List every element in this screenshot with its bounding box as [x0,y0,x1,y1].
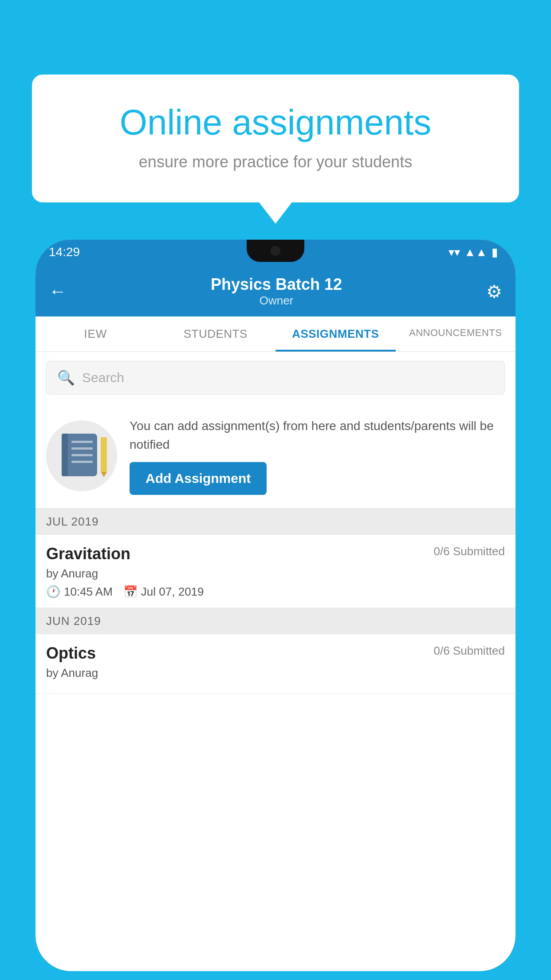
search-bar-wrap: 🔍 Search [35,352,516,403]
month-header-jul: JUL 2019 [35,509,516,535]
tab-students[interactable]: STUDENTS [156,316,276,352]
assignment-item-gravitation[interactable]: Gravitation 0/6 Submitted by Anurag 🕐 10… [35,535,516,608]
pencil-icon [101,437,107,473]
bubble-title: Online assignments [67,101,484,144]
month-header-jun: JUN 2019 [35,608,516,634]
meta-date-value: Jul 07, 2019 [141,585,204,599]
camera-dot [271,246,280,256]
notebook-line-4 [71,461,93,463]
speech-bubble: Online assignments ensure more practice … [32,75,519,202]
add-assignment-text-area: You can add assignment(s) from here and … [130,417,505,495]
assignment-meta: 🕐 10:45 AM 📅 Jul 07, 2019 [46,585,505,599]
phone-notch [247,240,304,262]
add-assignment-description: You can add assignment(s) from here and … [130,417,505,454]
signal-icon: ▲▲ [464,245,487,259]
meta-time: 🕐 10:45 AM [46,585,113,599]
assignment-by-optics: by Anurag [46,666,505,680]
assignment-submitted: 0/6 Submitted [434,545,505,558]
batch-title: Physics Batch 12 [67,275,486,294]
assignment-item-optics[interactable]: Optics 0/6 Submitted by Anurag [35,634,516,694]
search-icon: 🔍 [57,369,75,386]
scroll-content: 🔍 Search [35,352,516,971]
notebook-spine [62,434,68,476]
settings-icon[interactable]: ⚙ [486,281,502,302]
assignment-top-optics: Optics 0/6 Submitted [46,644,505,663]
tab-assignments[interactable]: ASSIGNMENTS [276,316,396,352]
bubble-subtitle: ensure more practice for your students [67,153,484,171]
search-placeholder: Search [82,370,124,385]
notebook-lines [71,441,93,463]
battery-icon: ▮ [492,245,498,259]
notebook-icon-circle [46,420,117,491]
back-button[interactable]: ← [49,281,67,301]
calendar-icon: 📅 [123,585,138,599]
search-bar[interactable]: 🔍 Search [46,361,505,395]
pencil-tip [101,472,107,477]
add-assignment-button[interactable]: Add Assignment [130,462,267,495]
owner-label: Owner [67,294,486,308]
app-header: ← Physics Batch 12 Owner ⚙ [35,265,516,316]
assignment-name-optics: Optics [46,644,96,663]
assignment-submitted-optics: 0/6 Submitted [434,644,505,658]
notebook-book [62,434,97,476]
clock-icon: 🕐 [46,585,60,599]
tabs-row: IEW STUDENTS ASSIGNMENTS ANNOUNCEMENTS [35,316,516,352]
tab-overview[interactable]: IEW [35,316,156,352]
wifi-icon: ▾▾ [449,245,460,259]
add-assignment-section: You can add assignment(s) from here and … [35,403,516,509]
status-time: 14:29 [49,245,80,259]
status-icons: ▾▾ ▲▲ ▮ [449,245,498,259]
notebook-line-3 [71,454,93,456]
meta-date: 📅 Jul 07, 2019 [123,585,204,599]
meta-time-value: 10:45 AM [64,585,113,599]
tab-announcements[interactable]: ANNOUNCEMENTS [396,316,516,352]
assignment-top: Gravitation 0/6 Submitted [46,545,505,563]
phone-frame: 14:29 ▾▾ ▲▲ ▮ ← Physics Batch 12 Owner ⚙… [35,240,516,971]
assignment-by: by Anurag [46,567,505,581]
header-center: Physics Batch 12 Owner [67,275,486,308]
notebook-line-2 [71,447,93,450]
notebook-line-1 [71,441,93,443]
assignment-name: Gravitation [46,545,130,563]
phone-screen: 14:29 ▾▾ ▲▲ ▮ ← Physics Batch 12 Owner ⚙… [35,240,516,971]
notebook-icon [62,434,102,478]
